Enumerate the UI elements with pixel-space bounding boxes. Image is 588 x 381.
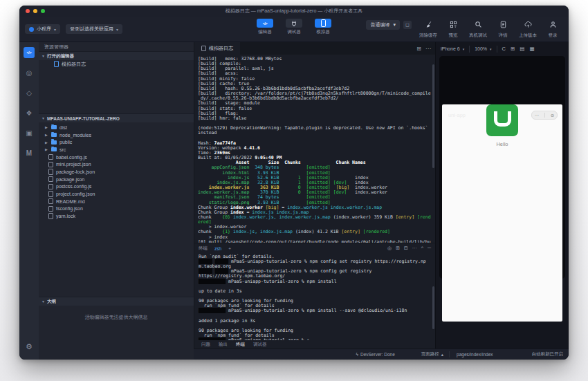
tree-item-public[interactable]: ▶public: [39, 138, 194, 146]
uniapp-logo: [486, 104, 518, 136]
activity-bar: </>◎◇❖▣M⚙: [19, 42, 39, 360]
toolbar-right: 普通编译 ▾ ◻ 清除缓存预览真机调试详情上传版本登录: [366, 19, 563, 39]
action-broom-button[interactable]: 清除缓存: [418, 19, 439, 39]
tree-item-README.md[interactable]: README.md: [39, 198, 194, 205]
compile-config-button[interactable]: ◻: [403, 21, 412, 29]
view-button-code[interactable]: </>编辑器: [253, 19, 277, 35]
outline-empty-message: 活动编辑器无法提供大纲信息: [39, 314, 194, 321]
terminal-env-icon[interactable]: ◎: [387, 245, 392, 251]
zoom-window-button[interactable]: [41, 9, 45, 13]
phone-icon: [315, 19, 331, 28]
open-editor-item[interactable]: 模拟器日志: [39, 60, 194, 68]
devserver-status: ϟ DevServer: Done: [356, 352, 395, 357]
project-section[interactable]: ▼ MPAAS-UNIAPP-TUTORIAL-ZERO: [39, 113, 194, 122]
app-window: 模拟器日志 — mPaaS-uniapp-tutorial-zero — 小程序…: [19, 6, 569, 360]
chevron-down-icon: ▼: [42, 116, 45, 120]
package-icon[interactable]: ◇: [24, 87, 35, 98]
device-frame-icon[interactable]: ▦: [529, 46, 534, 52]
gear-icon[interactable]: ⚙: [19, 342, 39, 351]
outline-section[interactable]: ▼ 大纲: [39, 297, 194, 306]
tree-item-dist[interactable]: ▶dist: [39, 124, 194, 131]
explorer-panel: 资源管理器 ▼ 打开的编辑器 模拟器日志 ▼ MPAAS-UNIAPP-TUTO…: [39, 42, 194, 360]
folder-icon: [51, 147, 57, 151]
capsule-more-icon[interactable]: ⋯: [535, 113, 539, 118]
tree-item-package.json[interactable]: package.json: [39, 176, 194, 183]
person-icon: [549, 19, 557, 31]
device-dropdown[interactable]: iPhone 6 ▾: [441, 46, 464, 51]
chevron-down-icon: ▾: [490, 47, 492, 51]
split-editor-icon[interactable]: ⊞: [416, 46, 421, 52]
toolbar-actions: 清除缓存预览真机调试详情上传版本登录: [418, 19, 563, 39]
open-editors-section[interactable]: ▼ 打开的编辑器: [39, 51, 194, 60]
more-icon[interactable]: ⋯: [412, 245, 417, 251]
folder-icon: [51, 140, 57, 145]
close-window-button[interactable]: [26, 9, 30, 13]
explorer-icon[interactable]: </>: [24, 47, 35, 58]
action-cloud-upload-button[interactable]: 上传版本: [517, 19, 538, 39]
file-icon: [48, 176, 53, 183]
tree-item-yarn.lock[interactable]: yarn.lock: [39, 212, 194, 220]
chevron-right-icon: ▶: [44, 133, 48, 137]
multi-device-grid-icon[interactable]: ⊞: [511, 46, 515, 52]
action-qr-button[interactable]: 预览: [443, 19, 463, 39]
tab-simulator-log[interactable]: 模拟器日志: [194, 42, 240, 55]
tree-item-mini.project.json[interactable]: mini.project.json: [39, 160, 194, 168]
folder-icon: [51, 125, 57, 129]
extensions-icon[interactable]: ❖: [24, 107, 35, 118]
split-terminal-icon[interactable]: ⊞: [396, 245, 400, 251]
chevron-right-icon: ▶: [44, 147, 48, 151]
status-bar: ϟ DevServer: Done 页面路径 ▴ pages/index/ind…: [194, 349, 569, 360]
new-terminal-button[interactable]: +: [228, 246, 231, 251]
search-icon[interactable]: ◎: [24, 67, 35, 78]
tree-item-tsconfig.json[interactable]: tsconfig.json: [39, 205, 194, 213]
mpaas-icon[interactable]: M: [24, 147, 35, 158]
view-button-phone[interactable]: 模拟器: [311, 19, 335, 35]
terminal-output[interactable]: Run `npm audit` for details.▓▓▓▓▓ ▓▓▓▓▓ …: [194, 253, 435, 340]
compile-mode-dropdown[interactable]: 普通编译 ▾: [366, 20, 400, 30]
refresh-icon[interactable]: C: [502, 46, 506, 52]
chevron-down-icon: ▼: [42, 299, 45, 304]
capsule-close-icon[interactable]: ⊙: [551, 113, 554, 118]
view-switcher: </>编辑器调试器模拟器: [253, 19, 335, 35]
maximize-panel-icon[interactable]: ^: [421, 245, 423, 251]
close-panel-icon[interactable]: ─: [428, 245, 431, 251]
file-icon: [48, 206, 53, 212]
tree-item-project.config.json[interactable]: project.config.json: [39, 190, 194, 198]
editor-tabbar: 模拟器日志 ⊞ ⋯: [194, 42, 435, 55]
page-path-toggle[interactable]: 页面路径 ▴: [421, 351, 443, 357]
terminal-shell-tab[interactable]: zsh: [214, 246, 221, 251]
view-button-plug[interactable]: 调试器: [282, 19, 306, 35]
tree-item-node_modules[interactable]: ▶node_modules: [39, 131, 194, 139]
file-icon: [201, 46, 206, 52]
app-type-dropdown[interactable]: 小程序 ▾: [25, 24, 60, 34]
file-icon: [48, 198, 53, 205]
screenshot-icon[interactable]: ▤: [520, 46, 524, 52]
outline-panel: 活动编辑器无法提供大纲信息: [39, 306, 194, 360]
more-actions-icon[interactable]: ⋯: [425, 46, 431, 52]
tree-item-postcss.config.js[interactable]: postcss.config.js: [39, 183, 194, 191]
chevron-down-icon: ▼: [42, 54, 45, 58]
zoom-dropdown[interactable]: 100% ▾: [475, 46, 491, 51]
action-person-button[interactable]: 登录: [542, 19, 563, 39]
terminal-header: 终端 zsh + ◎ ⊞ ⊟ ⋯ ^ ─: [194, 243, 435, 253]
file-icon: [48, 169, 53, 175]
window-controls[interactable]: [26, 9, 45, 13]
phone-screen[interactable]: uni-app ⋯ ⊙ Hello: [442, 104, 562, 322]
page-path-value[interactable]: pages/index/index: [457, 352, 493, 357]
minimize-window-button[interactable]: [33, 9, 37, 13]
tree-item-package-lock.json[interactable]: package-lock.json: [39, 168, 194, 176]
chevron-right-icon: ▶: [44, 125, 48, 129]
phone-frame: uni-app ⋯ ⊙ Hello: [439, 56, 565, 279]
tree-item-src[interactable]: ▶src: [39, 146, 194, 154]
file-icon: [48, 191, 53, 197]
action-magnifier-button[interactable]: 真机调试: [468, 19, 488, 39]
simulator-log[interactable]: [build] mems: 32768.00 MBytes[build] com…: [194, 55, 435, 243]
layout-icon[interactable]: ▣: [24, 127, 35, 138]
folder-icon: [51, 133, 57, 137]
action-doc-button[interactable]: 详情: [493, 19, 513, 39]
kill-terminal-icon[interactable]: ⊟: [404, 245, 408, 251]
tree-item-babel.config.js[interactable]: babel.config.js: [39, 154, 194, 161]
miniapp-capsule[interactable]: ⋯ ⊙: [531, 111, 558, 120]
relation-app-dropdown[interactable]: 登录以选择关联应用 ▾: [66, 24, 122, 34]
cloud-upload-icon: [524, 19, 532, 31]
